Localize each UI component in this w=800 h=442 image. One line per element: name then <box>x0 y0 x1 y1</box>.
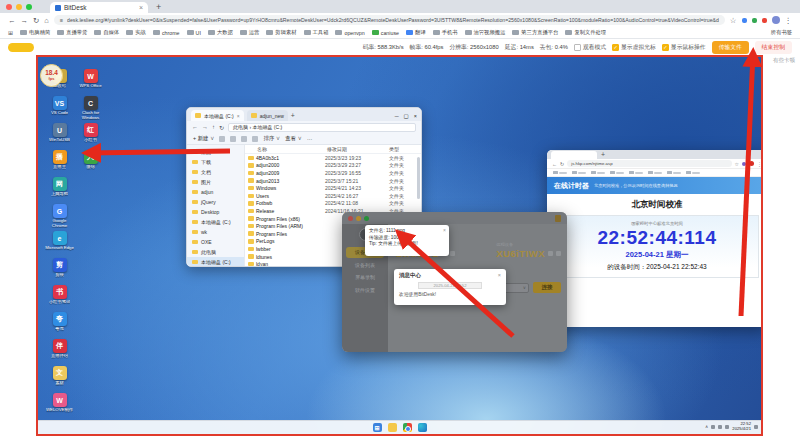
profile-avatar[interactable] <box>772 16 780 24</box>
extension-icon[interactable] <box>742 162 746 166</box>
reload-icon[interactable]: ↻ <box>33 16 39 25</box>
column-name[interactable]: 名称 <box>257 146 327 152</box>
bitdesk-menu-pill[interactable] <box>8 43 34 52</box>
end-control-button[interactable]: 结束控制 <box>755 41 792 54</box>
delete-icon[interactable] <box>252 136 258 142</box>
forward-icon[interactable]: → <box>202 124 208 130</box>
home-icon[interactable]: ⌂ <box>44 16 49 25</box>
virtual-cursor-checkbox[interactable]: ✓ 显示虚拟光标 <box>612 43 656 52</box>
transfer-file-button[interactable]: 传输文件 <box>712 41 749 54</box>
message-center-dialog[interactable]: 消息中心 × 2025-04-21 22:52 欢迎使用BitDesk! <box>394 269 506 305</box>
bookmark-item[interactable]: 剪辑素材 <box>266 29 296 36</box>
view-button[interactable]: 查看 ∨ <box>285 135 302 142</box>
bookmark-item[interactable]: 复制文件处理 <box>565 29 606 36</box>
chrome-taskbar-icon[interactable] <box>403 423 412 432</box>
desktop-icon[interactable]: e Microsoft Edge <box>44 231 75 258</box>
edge-taskbar-icon[interactable] <box>418 423 427 432</box>
sidebar-folder-item[interactable]: 下载 <box>187 157 244 167</box>
sidebar-folder-item[interactable]: 本地磁盘 (C:) <box>187 217 244 227</box>
watch-mode-checkbox[interactable]: 观看模式 <box>574 43 606 52</box>
table-row[interactable]: 4BA0b3c1 2025/3/23 19:23 文件夹 <box>245 154 421 162</box>
back-icon[interactable]: ← <box>192 124 198 130</box>
network-icon[interactable] <box>711 425 715 429</box>
more-button[interactable]: ··· <box>307 136 312 142</box>
remote-url-field[interactable]: js.hkp.com/njtime.asp <box>567 160 731 167</box>
minimize-icon[interactable]: ─ <box>395 113 399 119</box>
extension-icon[interactable] <box>762 18 767 23</box>
table-row[interactable]: adjun2009 2025/3/29 16:55 文件夹 <box>245 169 421 177</box>
desktop-icon[interactable]: 红 小红书 <box>75 123 106 150</box>
tooltip-close-icon[interactable]: × <box>443 227 446 234</box>
bookmark-item[interactable]: 油管视频搬运 <box>465 29 506 36</box>
table-row[interactable]: adjun2013 2025/3/7 15:21 文件夹 <box>245 177 421 185</box>
desktop-icon[interactable]: 文 素材 <box>44 366 75 393</box>
desktop-icon[interactable]: W WPS Office <box>75 69 106 96</box>
bookmark-item[interactable]: 自媒体 <box>94 29 119 36</box>
bookmark-item[interactable]: UI <box>187 29 201 36</box>
sidebar-folder-item[interactable]: Desktop <box>187 207 244 217</box>
remote-chrome-window[interactable]: + ← ↻ js.hkp.com/njtime.asp ☆ ⋮ <box>547 150 763 327</box>
bookmark-item[interactable] <box>553 171 567 175</box>
desktop-icon[interactable]: 剪 剪映 <box>44 258 75 285</box>
bookmark-item[interactable]: 大数据 <box>208 29 233 36</box>
bookmark-item[interactable] <box>572 171 586 175</box>
sidebar-folder-item[interactable]: OXE <box>187 237 244 247</box>
bookmark-star-icon[interactable]: ☆ <box>730 16 737 25</box>
tray-chevron-icon[interactable]: ∧ <box>705 424 708 429</box>
bookmark-item[interactable]: 手机书 <box>433 29 458 36</box>
bookmark-item[interactable]: 直播带货 <box>57 29 87 36</box>
bookmark-item[interactable]: caniuse <box>372 29 399 36</box>
minimize-window-button[interactable] <box>16 4 22 10</box>
lag-feedback-link[interactable]: 有些卡顿 <box>773 57 795 64</box>
bookmark-item[interactable] <box>629 171 643 175</box>
desktop-icon[interactable]: VS VS Code <box>44 96 75 123</box>
browser-menu-icon[interactable]: ⋮ <box>785 16 793 25</box>
back-icon[interactable]: ← <box>8 16 16 25</box>
maximize-icon[interactable]: ▢ <box>404 113 409 119</box>
sidebar-folder-item[interactable]: 文档 <box>187 167 244 177</box>
paste-icon[interactable] <box>241 136 247 142</box>
bookmark-item[interactable] <box>686 171 700 175</box>
bookmark-item[interactable]: openvpn <box>335 29 364 36</box>
extension-icon[interactable] <box>752 18 757 23</box>
explorer-tab-inactive[interactable]: adjun_new <box>247 110 288 121</box>
sort-button[interactable]: 排序 ∨ <box>263 135 280 142</box>
refresh-icon[interactable]: ↻ <box>219 124 224 131</box>
bookmark-item[interactable]: chrome <box>153 29 180 36</box>
new-button[interactable]: + 新建 ∨ <box>193 135 214 142</box>
column-type[interactable]: 类型 <box>389 146 421 152</box>
apps-grid-icon[interactable]: ⊞ <box>8 29 13 36</box>
column-date[interactable]: 修改日期 <box>327 146 389 152</box>
all-bookmarks-button[interactable]: 所有书签 <box>771 29 792 36</box>
remote-desktop-viewport[interactable]: 18.4 fps 回 回收站 W WPS Office VS VS Code <box>36 55 763 436</box>
desktop-icon[interactable]: 播 直播王 <box>44 150 75 177</box>
site-title[interactable]: 在线计时器 <box>554 181 589 191</box>
bookmark-item[interactable]: 第三方直播平台 <box>512 29 558 36</box>
taskbar-clock[interactable]: 22:52 2025/4/21 <box>732 422 751 432</box>
desktop-icon[interactable]: 书 小红书笔记 <box>44 285 75 312</box>
bookmark-item[interactable]: 翻译 <box>406 29 426 36</box>
sidebar-folder-item[interactable]: 此电脑 <box>187 247 244 257</box>
up-icon[interactable]: ↑ <box>212 124 215 130</box>
tab-close-icon[interactable]: × <box>139 4 143 11</box>
bookmark-item[interactable]: 实战 <box>126 29 146 36</box>
desktop-icon[interactable]: 伴 直播伴侣 <box>44 339 75 366</box>
bookmark-item[interactable] <box>591 171 605 175</box>
table-row[interactable]: Fotbwb 2025/4/2 11:08 文件夹 <box>245 200 421 208</box>
start-button-icon[interactable]: ⊞ <box>373 423 382 432</box>
forward-icon[interactable]: → <box>21 16 29 25</box>
explorer-taskbar-icon[interactable] <box>388 423 397 432</box>
explorer-tab-active[interactable]: 本地磁盘 (C:) × <box>191 110 244 121</box>
desktop-icon[interactable]: 网 上网导航 <box>44 177 75 204</box>
address-bar[interactable]: ≡ desk.lesliee.org/#/yunlink?deskUser=0&… <box>54 15 725 25</box>
bookmark-item[interactable] <box>648 171 662 175</box>
reload-icon[interactable]: ↻ <box>560 161 564 167</box>
sidebar-folder-item[interactable]: 图片 <box>187 177 244 187</box>
sidebar-folder-item[interactable]: adjun <box>187 187 244 197</box>
desktop-icon[interactable]: 人 微信 <box>75 150 106 177</box>
mouse-action-checkbox[interactable]: ✓ 显示鼠标操作 <box>662 43 706 52</box>
desktop-icon[interactable]: W WELOVE制作 <box>44 393 75 420</box>
desktop-icon[interactable]: 夸 夸克 <box>44 312 75 339</box>
remote-new-tab-button[interactable]: + <box>601 151 605 159</box>
new-tab-button[interactable]: + <box>156 2 161 12</box>
